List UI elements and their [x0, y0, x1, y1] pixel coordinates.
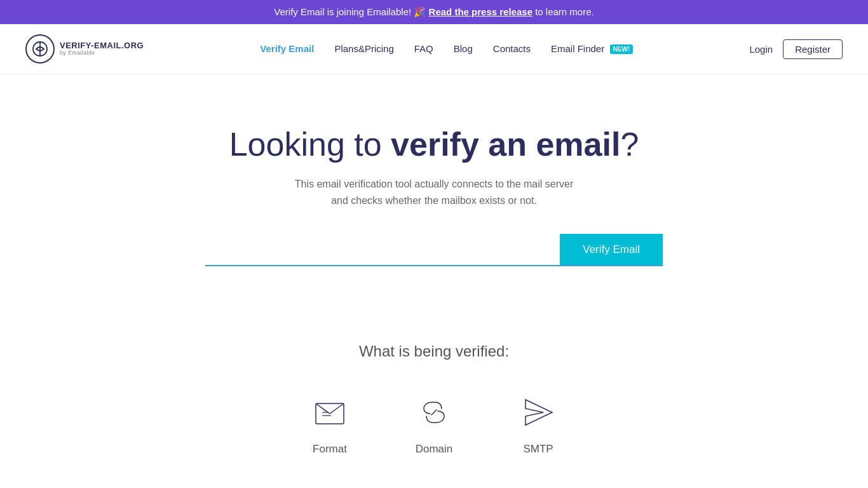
domain-icon — [414, 392, 454, 433]
logo[interactable]: VERIFY-EMAIL.ORG by Emailable — [25, 34, 144, 64]
nav-item-verify-email[interactable]: Verify Email — [260, 43, 314, 55]
nav-link-contacts[interactable]: Contacts — [493, 43, 531, 54]
smtp-card: SMTP — [518, 392, 559, 456]
nav-link-plans[interactable]: Plans&Pricing — [334, 43, 393, 54]
verification-title: What is being verified: — [13, 342, 855, 360]
new-badge: NEW! — [610, 44, 634, 54]
format-card: Format — [309, 392, 350, 456]
hero-subtext-line1: This email verification tool actually co… — [295, 179, 573, 189]
svg-marker-8 — [526, 400, 552, 425]
nav-actions: Login Register — [749, 39, 843, 59]
top-banner: Verify Email is joining Emailable! 🎉 Rea… — [0, 0, 868, 24]
navbar: VERIFY-EMAIL.ORG by Emailable Verify Ema… — [0, 24, 868, 74]
verification-section: What is being verified: Format — [0, 304, 868, 468]
nav-item-faq[interactable]: FAQ — [414, 43, 433, 55]
nav-item-blog[interactable]: Blog — [454, 43, 473, 55]
nav-item-plans[interactable]: Plans&Pricing — [334, 43, 393, 55]
verification-cards: Format Domain SMTP — [13, 392, 855, 456]
svg-line-7 — [431, 410, 437, 415]
hero-heading-bold: verify an email — [391, 126, 620, 163]
email-search-input[interactable] — [205, 234, 560, 265]
banner-text: Verify Email is joining Emailable! 🎉 — [274, 6, 428, 17]
nav-item-contacts[interactable]: Contacts — [493, 43, 531, 55]
banner-suffix: to learn more. — [532, 6, 594, 17]
nav-link-email-finder[interactable]: Email Finder — [551, 43, 604, 54]
search-container: Verify Email — [205, 234, 663, 266]
banner-link[interactable]: Read the press release — [429, 6, 532, 17]
logo-icon — [25, 34, 55, 64]
login-button[interactable]: Login — [749, 44, 773, 55]
hero-heading-end: ? — [620, 126, 639, 163]
hero-subtext: This email verification tool actually co… — [13, 176, 855, 208]
nav-link-faq[interactable]: FAQ — [414, 43, 433, 54]
smtp-label: SMTP — [523, 443, 553, 456]
hero-heading-normal: Looking to — [229, 126, 391, 163]
hero-section: Looking to verify an email? This email v… — [0, 74, 868, 304]
domain-card: Domain — [414, 392, 454, 456]
nav-link-blog[interactable]: Blog — [454, 43, 473, 54]
domain-label: Domain — [416, 443, 453, 456]
logo-text: VERIFY-EMAIL.ORG by Emailable — [60, 41, 144, 57]
verify-email-button[interactable]: Verify Email — [560, 234, 663, 265]
nav-links: Verify Email Plans&Pricing FAQ Blog Cont… — [260, 43, 633, 55]
nav-link-verify-email[interactable]: Verify Email — [260, 43, 314, 54]
svg-line-4 — [330, 403, 344, 414]
register-button[interactable]: Register — [783, 39, 843, 59]
hero-heading: Looking to verify an email? — [13, 125, 855, 163]
format-label: Format — [313, 443, 347, 456]
nav-item-email-finder[interactable]: Email Finder NEW! — [551, 43, 633, 55]
smtp-icon — [518, 392, 559, 433]
format-icon — [309, 392, 350, 433]
hero-subtext-line2: and checks whether the mailbox exists or… — [331, 195, 537, 206]
